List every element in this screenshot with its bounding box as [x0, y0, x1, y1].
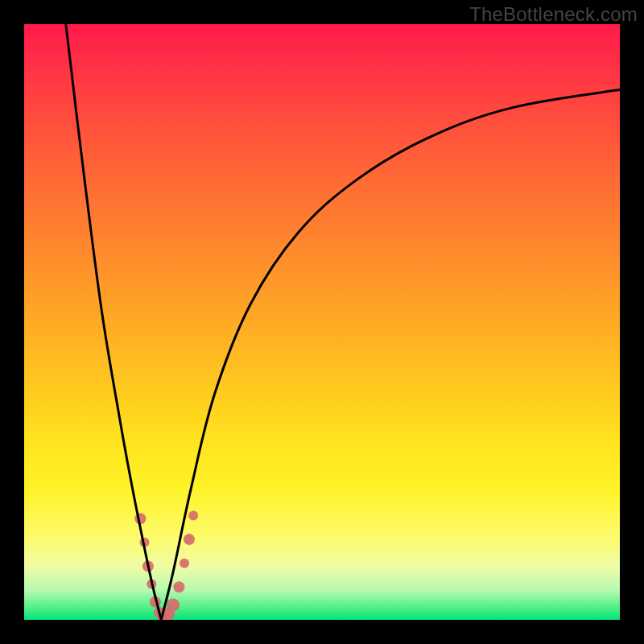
highlight-dot	[188, 511, 198, 521]
curve-right-branch	[161, 89, 620, 620]
plot-area	[24, 24, 620, 620]
highlight-dot	[173, 581, 184, 592]
curve-layer	[24, 24, 620, 620]
chart-frame: TheBottleneck.com	[0, 0, 644, 644]
highlight-dot	[184, 534, 195, 545]
highlight-dot	[167, 599, 180, 612]
highlight-dot	[180, 559, 189, 568]
watermark-text: TheBottleneck.com	[469, 3, 638, 26]
curve-left-branch	[66, 24, 161, 620]
